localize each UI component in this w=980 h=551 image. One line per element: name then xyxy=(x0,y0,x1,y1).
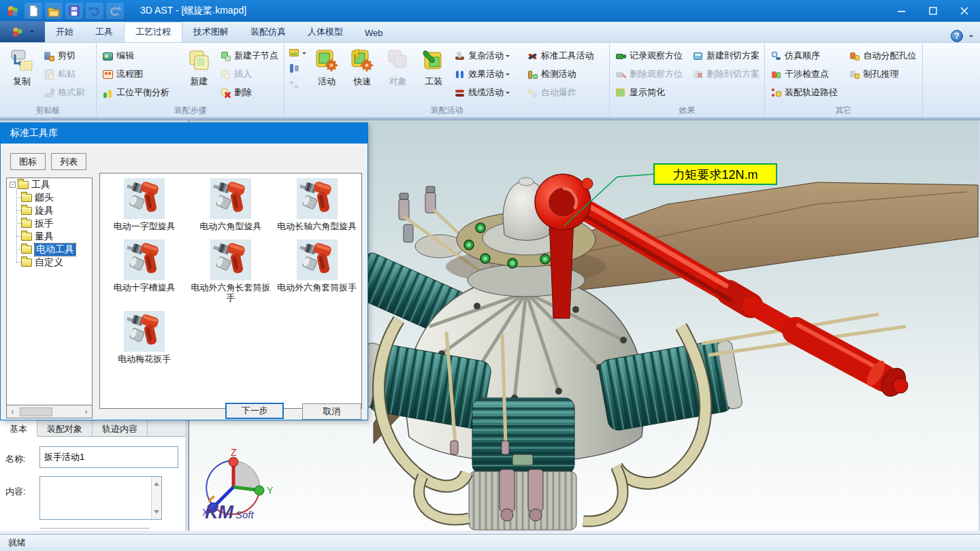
minimize-button[interactable] xyxy=(886,0,917,22)
copy-button[interactable]: 复制 xyxy=(3,46,40,88)
tool-item-phillips-driver[interactable]: 电动十字槽旋具 xyxy=(101,239,188,303)
assembly-path-button[interactable]: 装配轨迹路径 xyxy=(768,84,845,101)
tree-horizontal-scrollbar[interactable]: ‹ › xyxy=(6,405,93,418)
open-file-button[interactable] xyxy=(45,3,63,19)
dialog-title: 标准工具库 xyxy=(10,127,58,139)
axis-z-label: Z xyxy=(231,447,237,458)
tooling-button[interactable]: 工装 xyxy=(416,46,451,88)
new-step-button[interactable]: 新建 xyxy=(182,46,216,88)
scroll-left-icon[interactable]: ‹ xyxy=(7,407,18,416)
tab-start[interactable]: 开始 xyxy=(45,22,84,42)
tree-item-measuring[interactable]: 量具 xyxy=(13,230,92,243)
tab-assembly-objects[interactable]: 装配对象 xyxy=(37,420,93,436)
effect-activity-icon xyxy=(454,69,466,80)
scroll-down-icon[interactable] xyxy=(154,510,159,516)
complex-activity-button[interactable]: 复杂活动 xyxy=(452,48,523,64)
next-button[interactable]: 下一步 xyxy=(225,403,284,419)
delete-view-button[interactable]: 删除观察方位 xyxy=(613,66,689,82)
name-label: 名称: xyxy=(5,453,26,465)
object-activity-button[interactable]: 对象 xyxy=(381,46,415,88)
cancel-button[interactable]: 取消 xyxy=(302,403,361,420)
ruler-icon xyxy=(527,69,538,80)
scrollbar-thumb[interactable] xyxy=(20,407,52,416)
edit-button[interactable]: 编辑 xyxy=(100,48,180,64)
tab-web[interactable]: Web xyxy=(354,24,394,42)
help-icon[interactable]: ? xyxy=(951,30,963,42)
tool-item-hex-driver[interactable]: 电动六角型旋具 xyxy=(188,178,274,232)
show-simplify-button[interactable]: 显示简化 xyxy=(613,84,689,101)
new-child-node-button[interactable]: 新建子节点 xyxy=(218,48,280,64)
interference-check-button[interactable]: 干涉检查点 xyxy=(768,66,845,82)
paste-button[interactable]: 粘贴 xyxy=(42,66,86,82)
folder-icon xyxy=(21,233,32,241)
tab-assembly-sim[interactable]: 装配仿真 xyxy=(240,22,297,42)
detect-activity-button[interactable]: 检测活动 xyxy=(525,66,606,82)
auto-explode-button[interactable]: 自动爆炸 xyxy=(525,84,606,101)
tree-structure-button[interactable] xyxy=(289,63,306,75)
close-button[interactable] xyxy=(949,0,980,22)
tree-item-power-tools[interactable]: 电动工具 xyxy=(13,243,92,256)
tree-item-hammer[interactable]: 鎯头 xyxy=(13,191,92,204)
power-tool-icon xyxy=(123,178,165,220)
maximize-button[interactable] xyxy=(917,0,949,22)
chevron-down-icon[interactable] xyxy=(969,35,973,39)
activity-button[interactable]: 活动 xyxy=(310,46,344,88)
collapse-icon[interactable]: - xyxy=(10,182,16,188)
tree-item-custom[interactable]: 自定义 xyxy=(13,256,92,269)
tool-item-torx-wrench[interactable]: 电动梅花扳手 xyxy=(101,310,188,365)
redo-button[interactable] xyxy=(106,3,124,19)
scroll-up-icon[interactable] xyxy=(154,480,159,486)
layout-grid-button[interactable] xyxy=(289,48,306,59)
tool-item-socket-wrench[interactable]: 电动外六角套筒扳手 xyxy=(274,239,360,303)
tree-root-tools[interactable]: - 工具 xyxy=(7,178,92,191)
undo-button[interactable] xyxy=(86,3,103,19)
quick-activity-button[interactable]: 快速 xyxy=(345,46,379,88)
hole-reasoning-button[interactable]: 制孔推理 xyxy=(847,66,919,82)
save-button[interactable] xyxy=(65,3,83,19)
activity-name-input[interactable] xyxy=(39,446,178,468)
activity-property-panel: 基本 装配对象 轨迹内容 名称: 内容: xyxy=(0,420,189,531)
section-delete-icon xyxy=(692,69,704,80)
flowchart-button[interactable]: 流程图 xyxy=(100,66,180,82)
tool-category-tree: - 工具 鎯头 旋具 xyxy=(6,178,93,405)
sim-order-button[interactable]: 仿真顺序 xyxy=(768,48,845,64)
application-menu-button[interactable] xyxy=(0,21,45,42)
station-balance-button[interactable]: 工位平衡分析 xyxy=(100,84,180,101)
folder-icon xyxy=(21,220,32,228)
tab-trajectory-content[interactable]: 轨迹内容 xyxy=(93,420,148,436)
new-document-button[interactable] xyxy=(24,3,42,19)
new-section-plan-button[interactable]: 新建剖切方案 xyxy=(690,48,761,64)
tab-human-model[interactable]: 人体模型 xyxy=(297,22,354,42)
standard-tool-activity-button[interactable]: 标准工具活动 xyxy=(525,48,606,64)
auto-holes-button[interactable]: 自动分配孔位 xyxy=(847,48,919,64)
scroll-right-icon[interactable]: › xyxy=(80,407,92,416)
delete-section-plan-button[interactable]: 删除剖切方案 xyxy=(690,66,761,82)
cut-icon xyxy=(44,50,55,62)
cable-activity-button[interactable]: 线缆活动 xyxy=(452,84,523,101)
activity-content-textarea[interactable] xyxy=(39,476,162,520)
view-list-button[interactable]: 列表 xyxy=(51,153,86,170)
textarea-scrollbar[interactable] xyxy=(151,477,161,519)
tab-process[interactable]: 工艺过程 xyxy=(124,22,182,42)
view-icon-button[interactable]: 图标 xyxy=(10,153,46,170)
cut-button[interactable]: 剪切 xyxy=(42,48,86,64)
delete-button[interactable]: 删除 xyxy=(218,84,280,101)
tool-item-slotted-driver[interactable]: 电动一字型旋具 xyxy=(101,178,188,232)
tree-item-wrench[interactable]: 扳手 xyxy=(13,217,92,230)
folder-icon xyxy=(21,207,32,215)
tab-tech-illustration[interactable]: 技术图解 xyxy=(182,22,240,42)
tool-item-long-socket-wrench[interactable]: 电动外六角长套筒扳手 xyxy=(188,239,274,303)
tab-basic[interactable]: 基本 xyxy=(0,420,37,437)
format-painter-button[interactable]: 格式刷 xyxy=(42,84,86,101)
tool-item-long-hex-driver[interactable]: 电动长轴六角型旋具 xyxy=(274,178,360,232)
insert-button[interactable]: 插入 xyxy=(218,66,280,82)
dialog-title-bar[interactable]: 标准工具库 xyxy=(1,123,368,144)
record-view-button[interactable]: 记录观察方位 xyxy=(613,48,689,64)
effect-activity-button[interactable]: 效果活动 xyxy=(452,66,523,82)
folder-icon xyxy=(21,246,32,254)
tab-tools[interactable]: 工具 xyxy=(84,22,124,42)
cable-activity-icon xyxy=(454,87,466,99)
tree-item-screwdriver[interactable]: 旋具 xyxy=(13,204,92,217)
status-text: 就绪 xyxy=(8,537,26,549)
link-structure-button[interactable] xyxy=(289,79,306,90)
